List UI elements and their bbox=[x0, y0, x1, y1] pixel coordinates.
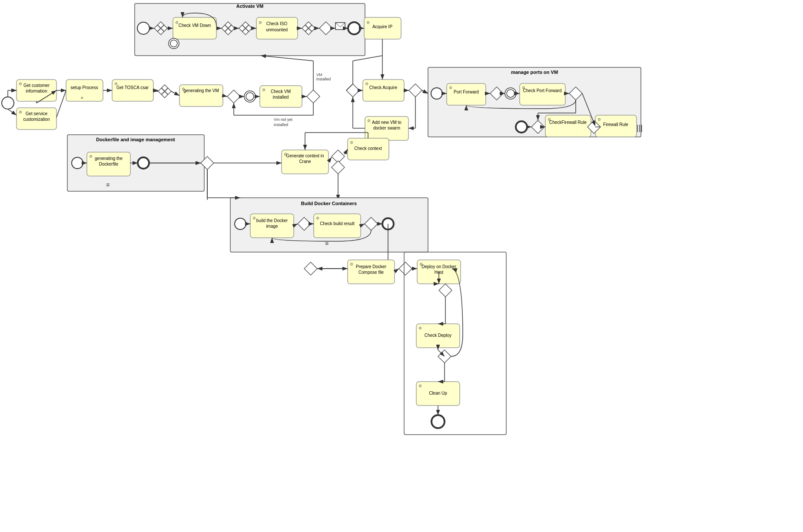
svg-rect-6 bbox=[173, 17, 216, 39]
svg-text:⚙: ⚙ bbox=[350, 262, 353, 266]
svg-line-165 bbox=[328, 157, 332, 162]
svg-text:customization: customization bbox=[23, 117, 50, 122]
svg-point-93 bbox=[431, 88, 442, 99]
svg-marker-70 bbox=[227, 90, 240, 103]
svg-text:Dockerfile and image managemen: Dockerfile and image management bbox=[96, 137, 175, 142]
svg-text:generating the: generating the bbox=[95, 156, 123, 161]
svg-text:installed: installed bbox=[273, 95, 289, 100]
svg-text:Build Docker Containers: Build Docker Containers bbox=[301, 201, 357, 206]
svg-text:Check VM: Check VM bbox=[271, 89, 291, 94]
svg-text:Add new VM to: Add new VM to bbox=[372, 120, 402, 125]
svg-text:⚙: ⚙ bbox=[89, 154, 93, 159]
svg-text:⚙: ⚙ bbox=[252, 216, 256, 220]
svg-text:generating the VM: generating the VM bbox=[183, 88, 219, 93]
svg-text:Prepare Docker: Prepare Docker bbox=[356, 264, 387, 269]
svg-text:Check context: Check context bbox=[354, 146, 382, 151]
svg-text:⚙: ⚙ bbox=[366, 20, 370, 25]
svg-text:⚙: ⚙ bbox=[19, 82, 22, 86]
svg-text:⚙: ⚙ bbox=[418, 384, 422, 388]
svg-point-154 bbox=[138, 157, 149, 169]
svg-marker-80 bbox=[307, 90, 320, 103]
svg-text:⚙: ⚙ bbox=[365, 82, 368, 86]
svg-text:≡: ≡ bbox=[81, 96, 83, 100]
diagram-container: Activate VM ⚙ Check VM Down ⚙ Check ISO … bbox=[0, 0, 803, 532]
svg-text:⚙: ⚙ bbox=[350, 140, 353, 145]
svg-rect-105 bbox=[520, 83, 565, 105]
svg-text:Generate context in: Generate context in bbox=[286, 153, 324, 158]
svg-marker-170 bbox=[332, 161, 345, 174]
svg-point-103 bbox=[507, 90, 514, 97]
svg-text:Dockerfile: Dockerfile bbox=[99, 162, 119, 166]
svg-text:Deploy on Docker: Deploy on Docker bbox=[421, 264, 456, 269]
svg-point-31 bbox=[170, 40, 177, 47]
svg-text:|||: ||| bbox=[637, 123, 643, 132]
svg-line-169 bbox=[345, 149, 348, 154]
svg-marker-135 bbox=[409, 84, 422, 97]
svg-point-2 bbox=[137, 22, 149, 34]
svg-text:CheckFirewall Rule: CheckFirewall Rule bbox=[549, 120, 587, 125]
svg-marker-202 bbox=[399, 262, 412, 275]
svg-text:Check ISO: Check ISO bbox=[266, 21, 288, 26]
svg-text:unmounted: unmounted bbox=[266, 27, 288, 32]
svg-rect-128 bbox=[363, 80, 404, 101]
svg-text:Acquire IP: Acquire IP bbox=[372, 24, 392, 29]
svg-line-69 bbox=[171, 91, 179, 96]
svg-text:Check VM Down: Check VM Down bbox=[179, 23, 211, 28]
svg-rect-94 bbox=[447, 83, 486, 105]
svg-line-133 bbox=[353, 56, 382, 61]
svg-rect-54 bbox=[66, 80, 103, 101]
svg-text:Check Port Forward: Check Port Forward bbox=[523, 88, 562, 93]
svg-rect-111 bbox=[545, 115, 591, 137]
svg-line-71 bbox=[223, 96, 227, 96]
svg-point-42 bbox=[2, 97, 14, 109]
svg-text:Get service: Get service bbox=[26, 111, 48, 116]
svg-text:≡: ≡ bbox=[106, 181, 110, 188]
svg-text:information: information bbox=[26, 89, 47, 93]
svg-text:⚙: ⚙ bbox=[367, 119, 371, 123]
svg-text:Port Forward: Port Forward bbox=[454, 90, 479, 94]
svg-text:build the Docker: build the Docker bbox=[256, 218, 288, 223]
svg-line-203 bbox=[395, 269, 399, 272]
svg-text:Check build result: Check build result bbox=[320, 221, 355, 226]
svg-line-239 bbox=[422, 90, 428, 93]
svg-text:⚙: ⚙ bbox=[19, 110, 22, 114]
svg-text:⚙: ⚙ bbox=[259, 20, 262, 25]
svg-point-73 bbox=[246, 93, 254, 100]
svg-text:⚙: ⚙ bbox=[597, 117, 601, 122]
svg-point-148 bbox=[72, 157, 83, 169]
svg-marker-194 bbox=[304, 262, 317, 275]
svg-text:≡: ≡ bbox=[325, 240, 328, 247]
svg-text:⚙: ⚙ bbox=[449, 86, 452, 90]
svg-text:⚙: ⚙ bbox=[316, 216, 319, 220]
svg-text:setup Process: setup Process bbox=[70, 85, 98, 90]
svg-rect-57 bbox=[112, 80, 153, 101]
svg-line-233 bbox=[56, 90, 66, 117]
svg-text:Compose file: Compose file bbox=[358, 270, 384, 275]
svg-text:Crane: Crane bbox=[299, 159, 311, 164]
svg-text:image: image bbox=[266, 224, 278, 229]
svg-text:Get TOSCA csar: Get TOSCA csar bbox=[116, 85, 149, 90]
svg-text:Vm not yet: Vm not yet bbox=[274, 117, 293, 122]
svg-text:Get customer: Get customer bbox=[23, 83, 50, 88]
svg-text:Check Deploy: Check Deploy bbox=[425, 333, 451, 338]
activate-vm-label: Activate VM bbox=[236, 3, 263, 9]
svg-text:installed: installed bbox=[316, 77, 331, 81]
svg-point-227 bbox=[431, 415, 445, 428]
svg-point-122 bbox=[516, 121, 527, 133]
svg-text:⚙: ⚙ bbox=[262, 88, 265, 92]
svg-text:manage ports on VM: manage ports on VM bbox=[511, 70, 558, 75]
svg-text:VM: VM bbox=[316, 73, 322, 77]
svg-marker-131 bbox=[346, 84, 359, 97]
svg-point-26 bbox=[348, 22, 360, 34]
svg-text:installed: installed bbox=[274, 123, 288, 127]
svg-text:docker swarm: docker swarm bbox=[373, 126, 400, 130]
svg-line-53 bbox=[8, 109, 17, 115]
svg-marker-209 bbox=[439, 284, 452, 297]
svg-text:⚙: ⚙ bbox=[418, 326, 422, 330]
svg-text:Firewall Rule: Firewall Rule bbox=[603, 122, 628, 127]
svg-line-83 bbox=[261, 56, 313, 61]
svg-text:Check Acquire: Check Acquire bbox=[369, 85, 398, 90]
svg-text:Clean Up: Clean Up bbox=[429, 391, 447, 396]
svg-point-177 bbox=[235, 218, 246, 229]
